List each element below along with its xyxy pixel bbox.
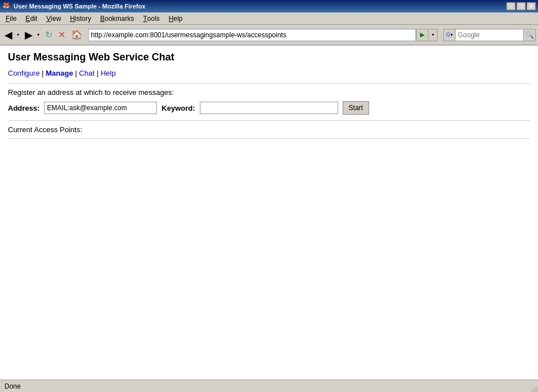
titlebar-controls: – □ ✕	[506, 2, 536, 10]
titlebar: 🦊 User Messaging WS Sample - Mozilla Fir…	[0, 0, 538, 12]
browser-window: 🦊 User Messaging WS Sample - Mozilla Fir…	[0, 0, 538, 392]
svg-line-1	[533, 387, 538, 392]
searchbar: G ▾ 🔍	[443, 28, 536, 42]
register-text: Register an address at which to receive …	[8, 88, 530, 97]
statusbar: Done	[0, 380, 538, 392]
address-input[interactable]	[44, 102, 157, 114]
start-button[interactable]: Start	[343, 101, 369, 115]
divider-2	[8, 120, 530, 121]
menu-view[interactable]: View	[42, 12, 65, 24]
search-input[interactable]	[456, 29, 523, 41]
page-title: User Messaging Web Service Chat	[8, 51, 530, 63]
menu-bookmarks[interactable]: Bookmarks	[95, 12, 138, 24]
close-button[interactable]: ✕	[527, 2, 536, 10]
back-button[interactable]: ◀	[2, 27, 15, 43]
maximize-button[interactable]: □	[517, 2, 526, 10]
separator-1: |	[42, 69, 46, 77]
search-go-button[interactable]: 🔍	[523, 29, 536, 41]
nav-links: Configure | Manage | Chat | Help	[8, 69, 530, 77]
url-input[interactable]	[88, 29, 416, 41]
divider-3	[8, 138, 530, 139]
menu-file[interactable]: File	[1, 12, 21, 24]
configure-link[interactable]: Configure	[8, 69, 40, 77]
chat-link[interactable]: Chat	[79, 69, 94, 77]
manage-link[interactable]: Manage	[46, 69, 73, 77]
search-engine-dropdown[interactable]: G ▾	[443, 29, 456, 41]
current-ap-label: Current Access Points:	[8, 125, 530, 134]
keyword-input[interactable]	[200, 102, 338, 114]
forward-dropdown-button[interactable]: ▾	[35, 27, 42, 43]
back-dropdown-button[interactable]: ▾	[15, 27, 21, 43]
stop-icon: ✕	[58, 29, 65, 40]
window-title: User Messaging WS Sample - Mozilla Firef…	[14, 3, 146, 10]
keyword-label: Keyword:	[161, 104, 195, 112]
status-text: Done	[5, 382, 21, 390]
home-button[interactable]: 🏠	[69, 27, 85, 43]
minimize-button[interactable]: –	[506, 2, 515, 10]
menubar: File Edit View History Bookmarks Tools H…	[0, 12, 538, 25]
menu-history[interactable]: History	[65, 12, 95, 24]
menu-edit[interactable]: Edit	[21, 12, 42, 24]
form-row: Address: Keyword: Start	[8, 101, 530, 115]
address-label: Address:	[8, 104, 40, 112]
back-button-group: ◀ ▾	[2, 27, 21, 43]
addressbar: ▶ ▾	[88, 28, 438, 42]
svg-line-2	[536, 390, 538, 392]
help-link[interactable]: Help	[100, 69, 116, 77]
reload-button[interactable]: ↻	[43, 27, 55, 43]
resize-handle[interactable]	[529, 383, 538, 392]
resize-icon	[529, 383, 538, 392]
menu-tools[interactable]: Tools	[138, 12, 164, 24]
titlebar-left: 🦊 User Messaging WS Sample - Mozilla Fir…	[2, 2, 146, 11]
divider-1	[8, 83, 530, 84]
main-content: User Messaging Web Service Chat Configur…	[0, 45, 538, 392]
google-icon: G	[446, 32, 450, 38]
go-button[interactable]: ▶	[416, 29, 428, 41]
menu-help[interactable]: Help	[164, 12, 187, 24]
forward-button[interactable]: ▶	[23, 27, 35, 43]
content-area: User Messaging Web Service Chat Configur…	[0, 46, 538, 373]
stop-button[interactable]: ✕	[56, 27, 68, 43]
home-icon: 🏠	[71, 29, 82, 40]
forward-button-group: ▶ ▾	[23, 27, 42, 43]
toolbar: ◀ ▾ ▶ ▾ ↻ ✕ 🏠 ▶ ▾ G ▾	[0, 25, 538, 45]
separator-2: |	[75, 69, 79, 77]
url-dropdown-button[interactable]: ▾	[428, 29, 438, 41]
reload-icon: ↻	[45, 29, 53, 40]
firefox-icon: 🦊	[2, 2, 11, 11]
search-dropdown-arrow: ▾	[450, 32, 453, 37]
